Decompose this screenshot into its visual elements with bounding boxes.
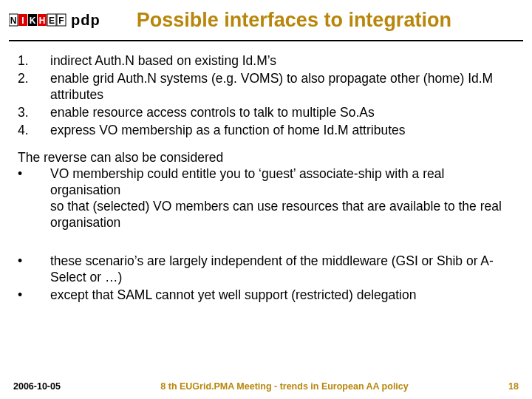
item-text: express VO membership as a function of h… — [50, 123, 514, 139]
item-text: enable resource access controls to talk … — [50, 105, 514, 121]
item-number: 3. — [18, 105, 50, 121]
list-item: 2.enable grid Auth.N systems (e.g. VOMS)… — [18, 71, 514, 103]
item-number: 2. — [18, 71, 50, 103]
numbered-list: 1.indirect Auth.N based on existing Id.M… — [18, 53, 514, 138]
header-divider — [9, 40, 523, 41]
list-item: 3.enable resource access controls to tal… — [18, 105, 514, 121]
list-item: 1.indirect Auth.N based on existing Id.M… — [18, 53, 514, 69]
item-text: enable grid Auth.N systems (e.g. VOMS) t… — [50, 71, 514, 103]
bullet-list-1: •VO membership could entitle you to ‘gue… — [18, 166, 514, 231]
bullet-icon: • — [18, 166, 50, 231]
slide-header: N I K H E F pdp Possible interfaces to i… — [0, 0, 532, 40]
item-number: 4. — [18, 123, 50, 139]
svg-text:N: N — [10, 16, 17, 26]
page-number: 18 — [508, 381, 519, 392]
item-text: these scenario’s are largely independent… — [50, 253, 514, 286]
list-item: •except that SAML cannot yet well suppor… — [18, 287, 514, 304]
slide-footer: 2006-10-05 8 th EUGrid.PMA Meeting - tre… — [0, 381, 532, 392]
item-text: VO membership could entitle you to ‘gues… — [50, 166, 514, 231]
logo-suffix: pdp — [71, 12, 100, 29]
bullet-icon: • — [18, 287, 50, 304]
slide-title: Possible interfaces to integration — [100, 9, 517, 32]
bullet-list-2: •these scenario’s are largely independen… — [18, 253, 514, 304]
list-item: •these scenario’s are largely independen… — [18, 253, 514, 286]
svg-text:K: K — [30, 16, 36, 26]
section-intro: The reverse can also be considered — [18, 150, 514, 166]
svg-text:H: H — [39, 16, 46, 26]
logo: N I K H E F pdp — [9, 12, 100, 29]
nikhef-logo-icon: N I K H E F — [9, 13, 66, 27]
item-number: 1. — [18, 53, 50, 69]
item-text: indirect Auth.N based on existing Id.M’s — [50, 53, 514, 69]
svg-text:I: I — [21, 16, 24, 26]
svg-text:F: F — [58, 16, 64, 26]
list-item: 4.express VO membership as a function of… — [18, 123, 514, 139]
footer-title: 8 th EUGrid.PMA Meeting - trends in Euro… — [61, 381, 508, 392]
bullet-icon: • — [18, 253, 50, 286]
svg-text:E: E — [49, 16, 55, 26]
item-text: except that SAML cannot yet well support… — [50, 287, 514, 304]
footer-date: 2006-10-05 — [13, 381, 61, 392]
list-item: •VO membership could entitle you to ‘gue… — [18, 166, 514, 231]
slide-body: 1.indirect Auth.N based on existing Id.M… — [0, 46, 532, 303]
